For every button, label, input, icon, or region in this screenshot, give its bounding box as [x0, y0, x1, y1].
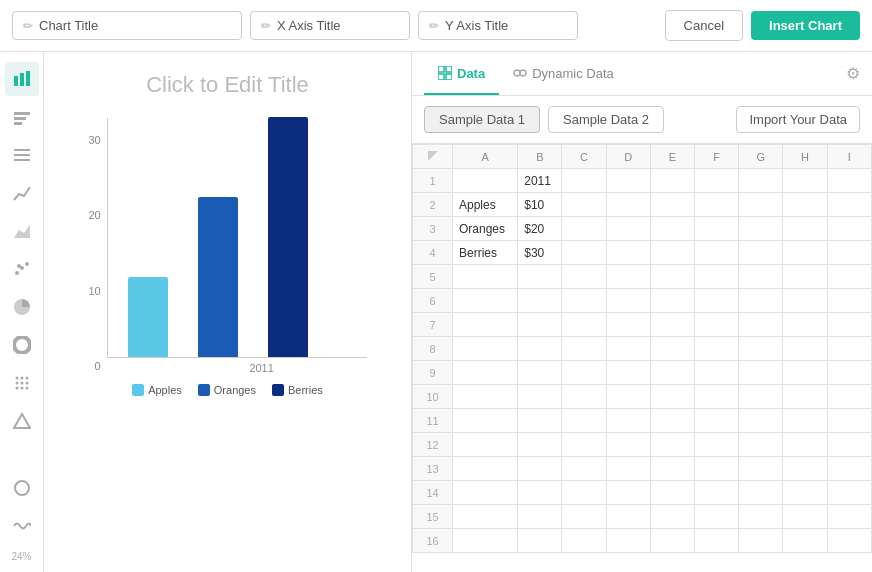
grid-cell-3-H[interactable] — [783, 217, 827, 241]
grid-cell-2-E[interactable] — [650, 193, 694, 217]
grid-cell-10-E[interactable] — [650, 385, 694, 409]
grid-cell-10-F[interactable] — [695, 385, 739, 409]
sidebar-icon-scatter[interactable] — [5, 252, 39, 286]
grid-cell-4-B[interactable]: $30 — [518, 241, 562, 265]
grid-cell-8-B[interactable] — [518, 337, 562, 361]
grid-cell-13-B[interactable] — [518, 457, 562, 481]
insert-chart-button[interactable]: Insert Chart — [751, 11, 860, 40]
grid-cell-3-A[interactable]: Oranges — [453, 217, 518, 241]
sidebar-icon-line[interactable] — [5, 176, 39, 210]
grid-cell-2-B[interactable]: $10 — [518, 193, 562, 217]
grid-cell-5-F[interactable] — [695, 265, 739, 289]
grid-cell-15-C[interactable] — [562, 505, 606, 529]
grid-cell-3-C[interactable] — [562, 217, 606, 241]
grid-cell-6-B[interactable] — [518, 289, 562, 313]
grid-cell-14-D[interactable] — [606, 481, 650, 505]
grid-cell-16-H[interactable] — [783, 529, 827, 553]
grid-cell-4-H[interactable] — [783, 241, 827, 265]
grid-cell-5-E[interactable] — [650, 265, 694, 289]
grid-cell-12-I[interactable] — [827, 433, 871, 457]
grid-cell-6-C[interactable] — [562, 289, 606, 313]
sidebar-icon-list[interactable] — [5, 138, 39, 172]
grid-cell-3-E[interactable] — [650, 217, 694, 241]
grid-cell-16-C[interactable] — [562, 529, 606, 553]
grid-cell-15-H[interactable] — [783, 505, 827, 529]
grid-cell-5-B[interactable] — [518, 265, 562, 289]
grid-cell-4-G[interactable] — [739, 241, 783, 265]
grid-cell-12-D[interactable] — [606, 433, 650, 457]
grid-cell-7-A[interactable] — [453, 313, 518, 337]
grid-cell-2-D[interactable] — [606, 193, 650, 217]
grid-cell-1-G[interactable] — [739, 169, 783, 193]
x-axis-title-input[interactable]: ✏ X Axis Title — [250, 11, 410, 40]
grid-cell-3-F[interactable] — [695, 217, 739, 241]
grid-cell-9-E[interactable] — [650, 361, 694, 385]
grid-cell-8-F[interactable] — [695, 337, 739, 361]
grid-cell-1-A[interactable] — [453, 169, 518, 193]
grid-cell-7-C[interactable] — [562, 313, 606, 337]
grid-cell-4-D[interactable] — [606, 241, 650, 265]
grid-cell-11-C[interactable] — [562, 409, 606, 433]
grid-cell-8-G[interactable] — [739, 337, 783, 361]
grid-cell-4-I[interactable] — [827, 241, 871, 265]
grid-cell-15-I[interactable] — [827, 505, 871, 529]
grid-cell-8-E[interactable] — [650, 337, 694, 361]
grid-cell-2-A[interactable]: Apples — [453, 193, 518, 217]
grid-cell-13-F[interactable] — [695, 457, 739, 481]
grid-cell-11-D[interactable] — [606, 409, 650, 433]
grid-cell-6-F[interactable] — [695, 289, 739, 313]
grid-cell-7-G[interactable] — [739, 313, 783, 337]
grid-cell-10-G[interactable] — [739, 385, 783, 409]
grid-cell-6-H[interactable] — [783, 289, 827, 313]
grid-cell-15-D[interactable] — [606, 505, 650, 529]
grid-cell-16-F[interactable] — [695, 529, 739, 553]
sidebar-icon-bar[interactable] — [5, 62, 39, 96]
grid-cell-13-I[interactable] — [827, 457, 871, 481]
grid-cell-13-C[interactable] — [562, 457, 606, 481]
grid-cell-10-A[interactable] — [453, 385, 518, 409]
grid-cell-11-G[interactable] — [739, 409, 783, 433]
grid-cell-6-G[interactable] — [739, 289, 783, 313]
grid-cell-5-G[interactable] — [739, 265, 783, 289]
grid-cell-15-A[interactable] — [453, 505, 518, 529]
grid-cell-4-F[interactable] — [695, 241, 739, 265]
grid-cell-5-D[interactable] — [606, 265, 650, 289]
grid-cell-8-I[interactable] — [827, 337, 871, 361]
grid-cell-4-A[interactable]: Berries — [453, 241, 518, 265]
sidebar-icon-donut[interactable] — [5, 328, 39, 362]
grid-cell-16-A[interactable] — [453, 529, 518, 553]
grid-cell-13-A[interactable] — [453, 457, 518, 481]
grid-cell-3-D[interactable] — [606, 217, 650, 241]
grid-cell-10-H[interactable] — [783, 385, 827, 409]
grid-cell-11-B[interactable] — [518, 409, 562, 433]
sidebar-icon-triangle[interactable] — [5, 404, 39, 438]
grid-cell-4-C[interactable] — [562, 241, 606, 265]
grid-cell-5-I[interactable] — [827, 265, 871, 289]
chart-title-display[interactable]: Click to Edit Title — [146, 72, 309, 98]
grid-cell-8-A[interactable] — [453, 337, 518, 361]
sample-data-2-button[interactable]: Sample Data 2 — [548, 106, 664, 133]
grid-wrapper[interactable]: A B C D E F G H I 120112Apples$103Orange… — [412, 144, 872, 572]
tab-data[interactable]: Data — [424, 54, 499, 95]
bar-group-berries[interactable] — [268, 117, 308, 357]
grid-cell-10-D[interactable] — [606, 385, 650, 409]
grid-cell-13-D[interactable] — [606, 457, 650, 481]
grid-cell-16-E[interactable] — [650, 529, 694, 553]
grid-cell-7-I[interactable] — [827, 313, 871, 337]
grid-cell-9-C[interactable] — [562, 361, 606, 385]
grid-cell-15-E[interactable] — [650, 505, 694, 529]
grid-cell-5-H[interactable] — [783, 265, 827, 289]
grid-cell-6-E[interactable] — [650, 289, 694, 313]
grid-cell-6-D[interactable] — [606, 289, 650, 313]
grid-cell-13-G[interactable] — [739, 457, 783, 481]
grid-cell-12-E[interactable] — [650, 433, 694, 457]
grid-cell-9-A[interactable] — [453, 361, 518, 385]
grid-cell-3-G[interactable] — [739, 217, 783, 241]
grid-cell-14-F[interactable] — [695, 481, 739, 505]
settings-icon[interactable]: ⚙ — [846, 64, 860, 83]
grid-cell-9-F[interactable] — [695, 361, 739, 385]
grid-cell-15-F[interactable] — [695, 505, 739, 529]
grid-cell-12-G[interactable] — [739, 433, 783, 457]
grid-cell-1-C[interactable] — [562, 169, 606, 193]
grid-cell-2-I[interactable] — [827, 193, 871, 217]
